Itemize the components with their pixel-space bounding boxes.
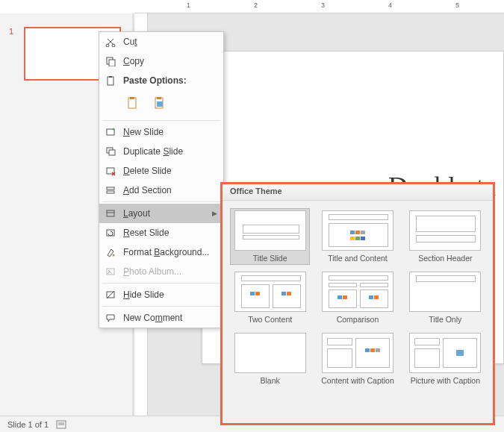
ruler-tick: 2 bbox=[254, 1, 258, 9]
layout-option-picture-with-caption[interactable]: Picture with Caption bbox=[405, 331, 485, 387]
paste-use-destination-theme[interactable] bbox=[123, 93, 143, 113]
paste-icon bbox=[104, 74, 117, 87]
menu-label: Duplicate Slide bbox=[123, 146, 217, 157]
menu-separator bbox=[102, 283, 220, 284]
slide-count-label: Slide 1 of 1 bbox=[7, 420, 49, 429]
layout-option-comparison[interactable]: Comparison bbox=[317, 269, 397, 326]
menu-label: Layout bbox=[123, 208, 212, 219]
layout-label: Blank bbox=[261, 376, 280, 385]
menu-separator bbox=[102, 306, 220, 307]
layout-option-section-header[interactable]: Section Header bbox=[405, 208, 485, 265]
layout-label: Content with Caption bbox=[321, 376, 393, 385]
duplicate-slide-icon bbox=[104, 145, 117, 158]
layout-label: Section Header bbox=[418, 254, 472, 263]
ruler-tick: 3 bbox=[321, 1, 325, 9]
layout-submenu: Office Theme Title Slide Title and Conte… bbox=[220, 182, 495, 425]
layout-option-two-content[interactable]: Two Content bbox=[230, 269, 310, 326]
photo-album-icon bbox=[104, 265, 117, 278]
svg-rect-19 bbox=[107, 187, 114, 190]
layout-grid: Title Slide Title and Content Section He… bbox=[223, 201, 493, 393]
layout-label: Two Content bbox=[248, 315, 292, 324]
layout-theme-heading: Office Theme bbox=[223, 184, 493, 201]
context-menu: Cut Copy Paste Options: + New Slide Dupl… bbox=[99, 31, 224, 328]
layout-icon bbox=[104, 207, 117, 220]
add-section-icon bbox=[104, 184, 117, 197]
menu-label: Add Section bbox=[123, 185, 217, 195]
menu-photo-album: Photo Album... bbox=[99, 262, 223, 281]
menu-label: Delete Slide bbox=[123, 166, 217, 176]
hide-slide-icon bbox=[104, 288, 117, 301]
svg-point-24 bbox=[113, 254, 115, 257]
svg-rect-7 bbox=[108, 77, 113, 85]
reset-slide-icon bbox=[104, 226, 117, 240]
layout-label: Picture with Caption bbox=[411, 376, 480, 385]
submenu-arrow-icon: ▶ bbox=[212, 210, 217, 217]
menu-label: New Slide bbox=[123, 127, 217, 137]
menu-format-background[interactable]: Format Background... bbox=[99, 242, 223, 262]
layout-preview bbox=[234, 333, 306, 373]
delete-slide-icon bbox=[104, 164, 117, 178]
menu-copy[interactable]: Copy bbox=[99, 51, 223, 71]
svg-rect-20 bbox=[107, 191, 114, 193]
cut-icon bbox=[104, 35, 117, 48]
layout-preview bbox=[234, 272, 306, 312]
layout-label: Title Only bbox=[429, 315, 461, 324]
layout-option-title-only[interactable]: Title Only bbox=[405, 269, 485, 326]
svg-rect-10 bbox=[130, 97, 134, 99]
menu-new-slide[interactable]: + New Slide bbox=[99, 122, 223, 142]
menu-layout[interactable]: Layout ▶ bbox=[99, 204, 223, 223]
menu-label: New Comment bbox=[123, 313, 217, 323]
menu-label: Reset Slide bbox=[123, 228, 217, 238]
menu-label: Paste Options: bbox=[123, 75, 217, 86]
menu-new-comment[interactable]: New Comment bbox=[99, 308, 223, 328]
svg-rect-9 bbox=[128, 98, 136, 108]
svg-text:+: + bbox=[112, 127, 115, 132]
menu-label: Hide Slide bbox=[123, 289, 217, 300]
paste-options-row bbox=[99, 90, 223, 119]
menu-separator bbox=[102, 201, 220, 202]
ruler-tick: 5 bbox=[455, 1, 459, 9]
menu-paste-options-header: Paste Options: bbox=[99, 71, 223, 90]
svg-rect-13 bbox=[157, 101, 163, 107]
svg-rect-23 bbox=[107, 230, 114, 236]
svg-rect-21 bbox=[107, 210, 114, 216]
layout-preview bbox=[234, 210, 306, 251]
menu-label: Copy bbox=[123, 56, 217, 66]
ruler-tick: 1 bbox=[187, 1, 190, 9]
svg-rect-6 bbox=[109, 60, 115, 66]
slide-number: 1 bbox=[9, 27, 13, 36]
layout-option-blank[interactable]: Blank bbox=[230, 331, 310, 387]
ruler-horizontal: 1 2 3 4 5 bbox=[134, 0, 504, 13]
layout-preview bbox=[322, 333, 393, 373]
menu-reset-slide[interactable]: Reset Slide bbox=[99, 223, 223, 242]
layout-preview bbox=[409, 210, 481, 251]
layout-option-title-slide[interactable]: Title Slide bbox=[230, 208, 310, 265]
layout-preview bbox=[409, 333, 481, 373]
menu-label: Photo Album... bbox=[123, 266, 217, 277]
layout-option-title-and-content[interactable]: Title and Content bbox=[317, 208, 397, 265]
copy-icon bbox=[104, 54, 117, 68]
menu-delete-slide[interactable]: Delete Slide bbox=[99, 161, 223, 181]
layout-preview bbox=[409, 272, 481, 312]
menu-hide-slide[interactable]: Hide Slide bbox=[99, 285, 223, 304]
new-comment-icon bbox=[104, 311, 117, 325]
new-slide-icon: + bbox=[104, 125, 117, 139]
menu-duplicate-slide[interactable]: Duplicate Slide bbox=[99, 142, 223, 161]
format-background-icon bbox=[104, 245, 117, 259]
layout-label: Title and Content bbox=[328, 254, 388, 263]
ruler-tick: 4 bbox=[388, 1, 392, 9]
layout-preview bbox=[322, 272, 393, 312]
layout-option-content-with-caption[interactable]: Content with Caption bbox=[317, 331, 397, 387]
svg-rect-12 bbox=[157, 97, 161, 99]
menu-cut[interactable]: Cut bbox=[99, 32, 223, 51]
menu-label: Cut bbox=[123, 37, 217, 47]
svg-rect-17 bbox=[109, 150, 115, 155]
layout-label: Title Slide bbox=[253, 254, 287, 263]
layout-preview bbox=[322, 210, 393, 251]
notes-icon[interactable] bbox=[56, 420, 66, 429]
layout-label: Comparison bbox=[337, 315, 379, 324]
menu-add-section[interactable]: Add Section bbox=[99, 181, 223, 200]
menu-label: Format Background... bbox=[123, 247, 217, 257]
paste-picture[interactable] bbox=[150, 93, 169, 113]
svg-rect-8 bbox=[109, 76, 112, 78]
